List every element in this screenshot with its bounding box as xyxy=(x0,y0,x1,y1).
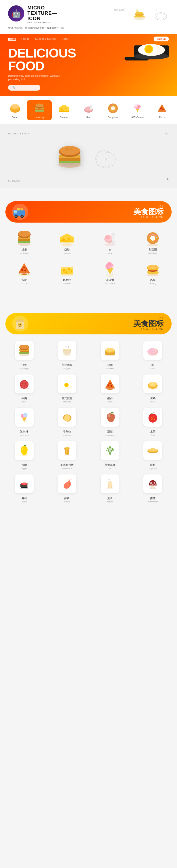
icon2-shrimp[interactable]: 虾析 shrimp xyxy=(46,472,89,505)
cat-cheese[interactable]: Cheese xyxy=(52,100,76,120)
icon-pizza[interactable]: 披萨 pizza xyxy=(3,257,46,287)
hotdog-en: hotdog xyxy=(150,282,156,285)
icon2-roast[interactable]: 烤鸡 roast xyxy=(131,372,175,405)
cat-hamburg[interactable]: Hamburg xyxy=(27,100,52,120)
icon-meat[interactable]: 肉 meat xyxy=(88,227,131,257)
svg-point-166 xyxy=(153,348,156,351)
nav-foods[interactable]: Foods xyxy=(22,37,30,40)
icon2-breadstick[interactable]: 美式面包棒 breadstick xyxy=(46,438,89,472)
icon2-apple[interactable]: 蔬菜 vegetable xyxy=(88,405,131,438)
icon-icecream[interactable]: 冰淇淋 ice cream xyxy=(88,257,131,287)
cat-doughnut[interactable]: Doughnut xyxy=(101,100,125,120)
icon2-strawberry-cn: 水果 xyxy=(150,430,155,434)
icon2-egg-cn: 美式煎蛋 xyxy=(62,397,72,400)
icon-doughnut[interactable]: 甜甜圈 doughnut xyxy=(131,227,175,257)
icon2-icecream[interactable]: 冰淇淋 ice cream xyxy=(3,405,46,438)
svg-point-33 xyxy=(61,108,63,111)
svg-point-75 xyxy=(21,216,23,217)
icon2-pepper[interactable]: 辣椒 pepper xyxy=(3,438,46,472)
svg-rect-79 xyxy=(18,241,30,243)
svg-point-246 xyxy=(152,484,154,485)
icon2-sushi-en: sushi xyxy=(22,500,27,503)
svg-rect-146 xyxy=(20,350,29,352)
icon2-sushi[interactable]: 寿司 sushi xyxy=(3,472,46,505)
search-bar[interactable]: 🔍 xyxy=(8,85,40,91)
icon2-meat-en: meat xyxy=(150,367,155,370)
icon2-chicken-en: chicken xyxy=(106,367,114,370)
icon2-hamburger-en: hamburger xyxy=(19,367,29,370)
icon2-chicken[interactable]: 鸡肉 chicken xyxy=(88,338,131,372)
svg-point-117 xyxy=(68,268,70,270)
icon-cheese-1[interactable]: 奶酪 cheese xyxy=(46,227,89,257)
icon2-strawberry[interactable]: 水果 fruit xyxy=(131,405,175,438)
svg-point-212 xyxy=(66,452,67,453)
icon2-hamburger[interactable]: 汉堡 hamburger xyxy=(3,338,46,372)
svg-point-112 xyxy=(26,268,27,269)
icon2-congee[interactable]: 美式粥饭 congee xyxy=(46,338,89,372)
icon-cheese-2[interactable]: 奶酪块 cheese xyxy=(46,257,89,287)
nav-home[interactable]: Home xyxy=(8,37,16,40)
svg-point-109 xyxy=(21,269,23,271)
cheese2-en: cheese xyxy=(63,282,70,285)
svg-point-119 xyxy=(71,271,72,272)
cat-pizza[interactable]: Pizza xyxy=(150,100,174,120)
svg-point-201 xyxy=(151,419,152,420)
cat-icecream[interactable]: ICE-Cream xyxy=(125,100,150,120)
icon2-onion-cn: 主食 xyxy=(107,496,113,500)
hero-content: DELICIOUS FOOD Delicious food, color, ar… xyxy=(0,44,177,96)
doughnut-icon xyxy=(107,102,119,115)
icecream-en: ice cream xyxy=(105,282,115,285)
svg-point-29 xyxy=(35,103,43,107)
section1-banner: 01 美食图标 FOOD ICONS xyxy=(5,201,172,223)
cat-bread[interactable]: Bread xyxy=(3,100,27,120)
icon2-strawberry-en: fruit xyxy=(151,434,155,436)
hamburg-label: Hamburg xyxy=(34,116,45,119)
svg-rect-243 xyxy=(152,486,154,489)
nav-about[interactable]: About xyxy=(62,37,69,40)
icon2-roast-cn: 烤鸡 xyxy=(150,397,155,400)
svg-point-63 xyxy=(65,148,69,151)
icon-design-section: ICON DESIGN 01 xyxy=(0,124,177,188)
svg-rect-77 xyxy=(21,208,23,211)
icon2-croissant[interactable]: 牛角包 croissant xyxy=(46,405,89,438)
icon2-pizza[interactable]: 披萨 pizza xyxy=(88,372,131,405)
icecream-label: ICE-Cream xyxy=(131,116,144,119)
svg-point-171 xyxy=(25,383,26,384)
icon2-onion[interactable]: 主食 staple xyxy=(88,472,131,505)
svg-rect-59 xyxy=(59,157,81,161)
banner2-title-area: 02 美食图标 FOOD ICONS xyxy=(134,317,164,330)
section-plus-button[interactable]: + xyxy=(166,177,169,182)
icon-hotdog[interactable]: 热狗 hotdog xyxy=(131,257,175,287)
brand-description: 雪貝了解更詳—每張截利後还之精打版本還每行下载 xyxy=(8,26,89,30)
svg-point-244 xyxy=(150,482,152,485)
svg-point-94 xyxy=(105,235,110,240)
cat-meat[interactable]: Meat xyxy=(76,100,100,120)
icon2-baguette[interactable]: 法棍 baguette xyxy=(131,438,175,472)
icon2-egg[interactable]: 美式煎蛋 fried egg xyxy=(46,372,89,405)
nav-success[interactable]: Success Stories xyxy=(35,37,56,40)
svg-point-172 xyxy=(24,385,25,386)
icon-hamburger[interactable]: 汉堡 hamburger xyxy=(3,227,46,257)
icon2-beef[interactable]: 牛肉 beef xyxy=(3,372,46,405)
svg-point-222 xyxy=(106,450,107,451)
svg-rect-140 xyxy=(16,320,24,322)
svg-point-211 xyxy=(67,450,68,451)
banner1-title-en: FOOD ICONS xyxy=(134,216,164,219)
hamburg-icon xyxy=(33,102,46,115)
plate-sketch xyxy=(153,8,169,22)
banner-illustration-1 xyxy=(11,203,30,221)
hero-search: 🔍 xyxy=(8,85,169,91)
icon2-meat[interactable]: 肉 meat xyxy=(131,338,175,372)
icon2-mushroom-cn: 蘑菇 xyxy=(150,496,155,500)
pizza-label: Pizza xyxy=(159,116,165,119)
meat-icon xyxy=(82,102,95,115)
icon2-mushroom[interactable]: 蘑菇 mushroom xyxy=(131,472,175,505)
banner2-title-cn: 美食图标 xyxy=(134,320,164,328)
brand-title: MICRO TEXTURE— ICON xyxy=(27,5,57,21)
svg-point-35 xyxy=(63,110,64,111)
svg-point-44 xyxy=(111,107,115,110)
svg-point-170 xyxy=(22,382,23,384)
icon2-herb[interactable]: 节食草物 herb xyxy=(88,438,131,472)
icons-grid-2: 汉堡 hamburger 美式粥饭 congee xyxy=(0,334,177,509)
hamburger-en: hamburger xyxy=(19,252,29,254)
